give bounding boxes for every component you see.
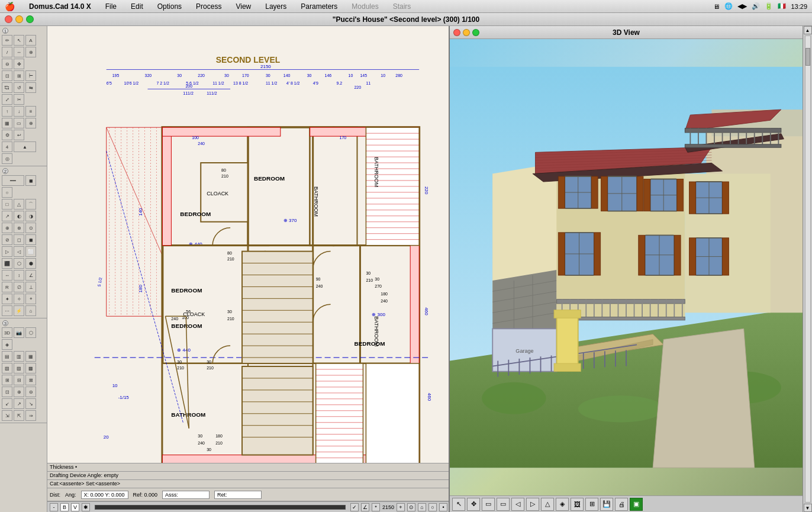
maximize-button[interactable] bbox=[26, 15, 34, 23]
view3d-wire-tool[interactable]: ⊞ bbox=[585, 498, 598, 511]
menu-edit[interactable]: Edit bbox=[128, 2, 146, 11]
undo-tool[interactable]: ↩ bbox=[14, 130, 24, 140]
scroll-track[interactable] bbox=[805, 36, 811, 503]
copy-tool[interactable]: ⿻ bbox=[2, 82, 12, 93]
insert-tool[interactable]: ⊕ bbox=[25, 118, 36, 128]
view3d-minimize-button[interactable] bbox=[463, 29, 470, 36]
s2-tool-1[interactable]: ◼ bbox=[25, 175, 36, 186]
scroll-down-button[interactable]: ▼ bbox=[804, 504, 812, 512]
s3-tool-8[interactable]: ▧ bbox=[2, 363, 12, 373]
s2-tool-24[interactable]: R bbox=[2, 282, 12, 292]
view3d-right-tool[interactable]: ▷ bbox=[526, 498, 539, 511]
nav-plus-btn[interactable]: + bbox=[397, 503, 405, 511]
view3d-persp-tool[interactable]: ◈ bbox=[556, 498, 569, 511]
nav-arrow-btn[interactable]: ⊙ bbox=[407, 503, 415, 511]
s2-tool-22[interactable]: ↕ bbox=[14, 270, 24, 281]
s2-tool-14[interactable]: ◼ bbox=[25, 234, 36, 245]
s3-tool-20[interactable]: ⇲ bbox=[2, 410, 12, 421]
s3-tool-15[interactable]: ⊕ bbox=[14, 387, 24, 397]
hatch-tool[interactable]: ▦ bbox=[2, 118, 12, 128]
view3d-close-button[interactable] bbox=[453, 29, 460, 36]
x-coord-box[interactable]: X: 0.000 Y: 0.000 bbox=[81, 491, 128, 499]
view3d-pan-tool[interactable]: ✥ bbox=[467, 498, 480, 511]
apple-menu[interactable]: 🍎 bbox=[5, 2, 15, 11]
s2-tool-13[interactable]: ◻ bbox=[14, 234, 24, 245]
menu-options[interactable]: Options bbox=[155, 2, 184, 11]
s2-tool-7[interactable]: ◐ bbox=[14, 211, 24, 221]
menu-file[interactable]: File bbox=[103, 2, 119, 11]
rotate-tool[interactable]: ↺ bbox=[14, 82, 24, 93]
pan-tool[interactable]: ✥ bbox=[14, 59, 24, 69]
view3d-cursor-tool[interactable]: ↖ bbox=[452, 498, 465, 511]
s2-wide-tool-1[interactable]: ━━ bbox=[2, 175, 24, 186]
scroll-up-button[interactable]: ▲ bbox=[804, 26, 812, 34]
s3-tool-18[interactable]: ↗ bbox=[14, 398, 24, 409]
s2-tool-25[interactable]: ∅ bbox=[14, 282, 24, 292]
menu-process[interactable]: Process bbox=[194, 2, 224, 11]
menu-view[interactable]: View bbox=[233, 2, 253, 11]
s2-tool-20[interactable]: ⬢ bbox=[25, 258, 36, 269]
s2-tool-5[interactable]: ⌒ bbox=[25, 199, 36, 210]
view3d-rendering[interactable]: Garage bbox=[450, 39, 803, 495]
nav-home-btn[interactable]: ⌂ bbox=[418, 503, 426, 511]
s2-tool-21[interactable]: ↔ bbox=[2, 270, 12, 281]
s3-tool-9[interactable]: ▨ bbox=[14, 363, 24, 373]
nav-asterisk-btn[interactable]: * bbox=[372, 503, 380, 511]
nav-circle-btn[interactable]: ○ bbox=[428, 503, 437, 511]
s3-tool-12[interactable]: ⊟ bbox=[14, 375, 24, 385]
s2-tool-23[interactable]: ∠ bbox=[25, 270, 36, 281]
menu-layers[interactable]: Layers bbox=[263, 2, 289, 11]
s2-tool-9[interactable]: ⊕ bbox=[2, 223, 12, 233]
dim-tool[interactable]: ↔ bbox=[14, 47, 24, 57]
nav-check-btn[interactable]: ✓ bbox=[350, 503, 359, 511]
properties-tool[interactable]: ⚙ bbox=[2, 130, 12, 140]
arrow-down-tool[interactable]: ↓ bbox=[14, 106, 24, 117]
mirror-tool[interactable]: ⇆ bbox=[25, 82, 36, 93]
s2-tool-30[interactable]: ⋯ bbox=[2, 305, 12, 316]
s3-tool-17[interactable]: ↙ bbox=[2, 398, 12, 409]
view3d-front-tool[interactable]: ▭ bbox=[482, 498, 495, 511]
scale-tool[interactable]: ⤢ bbox=[2, 94, 12, 105]
s2-tool-8[interactable]: ◑ bbox=[25, 211, 36, 221]
s3-tool-6[interactable]: ▥ bbox=[14, 351, 24, 362]
s2-tool-17[interactable]: ⬜ bbox=[25, 246, 36, 257]
scroll-thumb[interactable] bbox=[805, 48, 810, 66]
s3-tool-13[interactable]: ⊠ bbox=[25, 375, 36, 385]
zoom-out-tool[interactable]: ⊖ bbox=[2, 59, 12, 69]
app-name[interactable]: Domus.Cad 14.0 X bbox=[27, 2, 94, 11]
arrow-up-tool[interactable]: ↑ bbox=[2, 106, 12, 117]
view3d-print-tool[interactable]: 🖨 bbox=[615, 498, 628, 511]
ortho-tool[interactable]: ⊢ bbox=[25, 70, 36, 81]
line-tool[interactable]: / bbox=[2, 47, 12, 57]
right-scrollbar[interactable]: ▲ ▼ bbox=[803, 26, 812, 512]
menu-parameters[interactable]: Parameters bbox=[298, 2, 340, 11]
s3-tool-21[interactable]: ⇱ bbox=[14, 410, 24, 421]
snap-tool[interactable]: ⊡ bbox=[2, 70, 12, 81]
minimize-button[interactable] bbox=[15, 15, 23, 23]
close-button[interactable] bbox=[5, 15, 12, 23]
s3-tool-3[interactable]: ⬡ bbox=[25, 327, 36, 338]
s3-tool-19[interactable]: ↘ bbox=[25, 398, 36, 409]
pencil-tool[interactable]: ✏ bbox=[2, 35, 12, 46]
s2-tool-29[interactable]: ⌖ bbox=[25, 294, 36, 304]
nav-minus-btn[interactable]: - bbox=[50, 503, 58, 511]
trim-tool[interactable]: ✂ bbox=[14, 94, 24, 105]
s3-tool-11[interactable]: ⊞ bbox=[2, 375, 12, 385]
s2-tool-19[interactable]: ⬡ bbox=[14, 258, 24, 269]
text-tool[interactable]: A bbox=[25, 35, 36, 46]
s2-tool-32[interactable]: ⌂ bbox=[25, 305, 36, 316]
view3d-render-tool[interactable]: 🖼 bbox=[571, 498, 584, 511]
s2-tool-4[interactable]: △ bbox=[14, 199, 24, 210]
layer-mgr-tool[interactable]: ≡ bbox=[25, 106, 36, 117]
view3d-maximize-button[interactable] bbox=[472, 29, 479, 36]
s2-tool-3[interactable]: □ bbox=[2, 199, 12, 210]
extra-tool-1[interactable]: ◎ bbox=[2, 153, 12, 164]
view3d-save-tool[interactable]: 💾 bbox=[600, 498, 613, 511]
s2-tool-16[interactable]: ◁ bbox=[14, 246, 24, 257]
number-4-tool[interactable]: 4 bbox=[2, 141, 12, 152]
view3d-green-tool[interactable]: ▣ bbox=[630, 498, 643, 511]
view3d-back-tool[interactable]: ▭ bbox=[497, 498, 510, 511]
s2-tool-15[interactable]: ▷ bbox=[2, 246, 12, 257]
s3-tool-10[interactable]: ▩ bbox=[25, 363, 36, 373]
grid-tool[interactable]: ⊞ bbox=[14, 70, 24, 81]
